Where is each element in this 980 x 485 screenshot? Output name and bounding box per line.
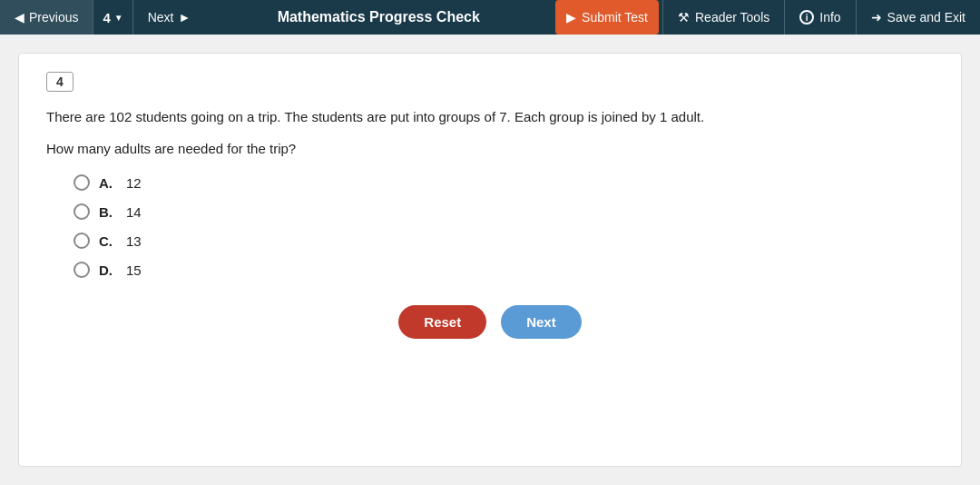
next-button[interactable]: Next <box>501 305 582 339</box>
save-exit-button[interactable]: ➜ Save and Exit <box>857 0 980 35</box>
previous-button[interactable]: ◀ Previous <box>0 0 93 35</box>
question-num-chevron: ▼ <box>114 13 123 23</box>
option-item[interactable]: C.13 <box>74 233 934 249</box>
submit-test-button[interactable]: ▶ Submit Test <box>555 0 659 35</box>
submit-icon: ▶ <box>566 10 576 25</box>
options-list: A.12B.14C.13D.15 <box>46 174 934 278</box>
option-letter-2: C. <box>99 233 117 249</box>
reader-tools-button[interactable]: ⚒ Reader Tools <box>663 0 784 35</box>
submit-label: Submit Test <box>582 10 648 25</box>
info-icon: i <box>799 10 814 25</box>
option-radio-2[interactable] <box>74 233 90 249</box>
question-sub-text: How many adults are needed for the trip? <box>46 141 934 156</box>
bottom-buttons: Reset Next <box>46 305 934 339</box>
option-letter-1: B. <box>99 204 117 220</box>
option-item[interactable]: B.14 <box>74 203 934 220</box>
navigation-bar: ◀ Previous 4 ▼ Next ► Mathematics Progre… <box>0 0 980 35</box>
option-item[interactable]: A.12 <box>74 174 934 191</box>
save-exit-icon: ➜ <box>871 10 882 25</box>
option-radio-1[interactable] <box>74 203 90 220</box>
next-button-nav[interactable]: Next ► <box>133 0 206 35</box>
info-label: Info <box>819 10 840 25</box>
question-number-badge: 4 <box>46 72 74 92</box>
question-text: There are 102 students going on a trip. … <box>46 106 934 128</box>
nav-right-group: ▶ Submit Test ⚒ Reader Tools i Info ➜ Sa… <box>552 0 980 35</box>
option-value-3: 15 <box>126 262 142 278</box>
reader-tools-icon: ⚒ <box>678 10 690 25</box>
previous-icon: ◀ <box>15 10 24 25</box>
main-content: 4 There are 102 students going on a trip… <box>0 35 980 485</box>
info-button[interactable]: i Info <box>785 0 855 35</box>
option-letter-3: D. <box>99 262 117 278</box>
option-value-2: 13 <box>126 233 142 249</box>
page-title: Mathematics Progress Check <box>205 9 552 25</box>
option-radio-3[interactable] <box>74 262 90 278</box>
option-letter-0: A. <box>99 175 117 191</box>
option-value-0: 12 <box>126 175 142 191</box>
reader-tools-label: Reader Tools <box>695 10 769 25</box>
previous-label: Previous <box>29 10 78 25</box>
option-value-1: 14 <box>126 204 142 220</box>
next-icon-nav: ► <box>179 10 191 25</box>
option-radio-0[interactable] <box>74 174 90 191</box>
reset-button[interactable]: Reset <box>398 305 486 339</box>
question-card: 4 There are 102 students going on a trip… <box>18 53 962 467</box>
save-exit-label: Save and Exit <box>887 10 965 25</box>
next-label-nav: Next <box>148 10 174 25</box>
option-item[interactable]: D.15 <box>74 262 934 278</box>
question-number-nav: 4 ▼ <box>93 10 132 25</box>
question-num-value: 4 <box>103 10 110 25</box>
